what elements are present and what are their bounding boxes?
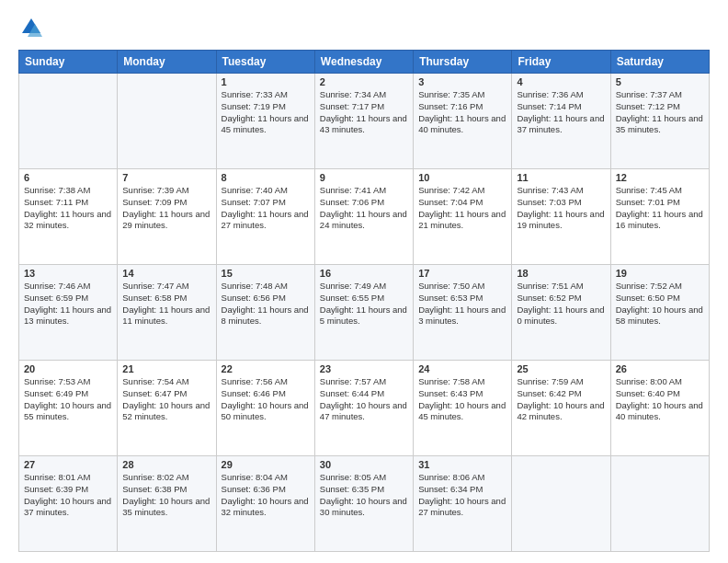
day-info: Sunrise: 7:38 AMSunset: 7:11 PMDaylight:… xyxy=(24,185,112,232)
day-number: 27 xyxy=(24,459,112,470)
day-info: Sunrise: 7:39 AMSunset: 7:09 PMDaylight:… xyxy=(122,185,210,232)
calendar-table: SundayMondayTuesdayWednesdayThursdayFrid… xyxy=(18,50,710,552)
day-info: Sunrise: 7:46 AMSunset: 6:59 PMDaylight:… xyxy=(24,281,112,327)
day-number: 28 xyxy=(122,459,210,470)
day-cell: 30Sunrise: 8:05 AMSunset: 6:35 PMDayligh… xyxy=(314,456,413,552)
day-info: Sunrise: 7:58 AMSunset: 6:43 PMDaylight:… xyxy=(418,376,506,423)
day-info: Sunrise: 7:43 AMSunset: 7:03 PMDaylight:… xyxy=(517,185,605,232)
day-info: Sunrise: 7:37 AMSunset: 7:12 PMDaylight:… xyxy=(616,89,704,136)
week-row-4: 20Sunrise: 7:53 AMSunset: 6:49 PMDayligh… xyxy=(19,361,710,456)
day-number: 5 xyxy=(616,76,704,87)
day-cell: 17Sunrise: 7:50 AMSunset: 6:53 PMDayligh… xyxy=(414,265,512,361)
day-info: Sunrise: 7:41 AMSunset: 7:06 PMDaylight:… xyxy=(320,185,408,232)
day-cell: 1Sunrise: 7:33 AMSunset: 7:19 PMDaylight… xyxy=(216,74,314,169)
day-info: Sunrise: 7:52 AMSunset: 6:50 PMDaylight:… xyxy=(616,281,704,327)
week-row-3: 13Sunrise: 7:46 AMSunset: 6:59 PMDayligh… xyxy=(19,265,710,361)
day-cell xyxy=(610,456,709,552)
weekday-header-wednesday: Wednesday xyxy=(314,51,413,74)
day-cell: 11Sunrise: 7:43 AMSunset: 7:03 PMDayligh… xyxy=(512,169,610,265)
day-cell: 25Sunrise: 7:59 AMSunset: 6:42 PMDayligh… xyxy=(512,361,610,456)
day-number: 7 xyxy=(122,172,210,183)
day-info: Sunrise: 8:00 AMSunset: 6:40 PMDaylight:… xyxy=(616,376,704,423)
day-cell: 19Sunrise: 7:52 AMSunset: 6:50 PMDayligh… xyxy=(610,265,709,361)
day-number: 2 xyxy=(320,76,408,87)
day-number: 15 xyxy=(222,268,310,279)
page-header xyxy=(18,15,710,40)
day-info: Sunrise: 8:01 AMSunset: 6:39 PMDaylight:… xyxy=(24,472,112,519)
day-info: Sunrise: 7:57 AMSunset: 6:44 PMDaylight:… xyxy=(320,376,408,423)
day-number: 10 xyxy=(418,172,506,183)
day-cell: 21Sunrise: 7:54 AMSunset: 6:47 PMDayligh… xyxy=(118,361,216,456)
day-cell: 8Sunrise: 7:40 AMSunset: 7:07 PMDaylight… xyxy=(216,169,314,265)
day-cell: 2Sunrise: 7:34 AMSunset: 7:17 PMDaylight… xyxy=(314,74,413,169)
day-number: 8 xyxy=(222,172,310,183)
week-row-1: 1Sunrise: 7:33 AMSunset: 7:19 PMDaylight… xyxy=(19,74,710,169)
day-cell: 31Sunrise: 8:06 AMSunset: 6:34 PMDayligh… xyxy=(414,456,512,552)
day-info: Sunrise: 8:04 AMSunset: 6:36 PMDaylight:… xyxy=(222,472,310,519)
day-info: Sunrise: 7:36 AMSunset: 7:14 PMDaylight:… xyxy=(517,89,605,136)
day-number: 31 xyxy=(418,459,506,470)
day-number: 4 xyxy=(517,76,605,87)
day-info: Sunrise: 7:45 AMSunset: 7:01 PMDaylight:… xyxy=(616,185,704,232)
day-info: Sunrise: 7:35 AMSunset: 7:16 PMDaylight:… xyxy=(418,89,506,136)
calendar-page: SundayMondayTuesdayWednesdayThursdayFrid… xyxy=(0,0,728,563)
day-cell: 29Sunrise: 8:04 AMSunset: 6:36 PMDayligh… xyxy=(216,456,314,552)
day-info: Sunrise: 7:42 AMSunset: 7:04 PMDaylight:… xyxy=(418,185,506,232)
day-cell: 10Sunrise: 7:42 AMSunset: 7:04 PMDayligh… xyxy=(414,169,512,265)
day-cell: 20Sunrise: 7:53 AMSunset: 6:49 PMDayligh… xyxy=(19,361,118,456)
day-cell: 9Sunrise: 7:41 AMSunset: 7:06 PMDaylight… xyxy=(314,169,413,265)
day-number: 6 xyxy=(24,172,112,183)
day-info: Sunrise: 7:40 AMSunset: 7:07 PMDaylight:… xyxy=(222,185,310,232)
week-row-2: 6Sunrise: 7:38 AMSunset: 7:11 PMDaylight… xyxy=(19,169,710,265)
day-cell: 4Sunrise: 7:36 AMSunset: 7:14 PMDaylight… xyxy=(512,74,610,169)
day-info: Sunrise: 7:33 AMSunset: 7:19 PMDaylight:… xyxy=(222,89,310,136)
day-number: 17 xyxy=(418,268,506,279)
weekday-header-monday: Monday xyxy=(118,51,216,74)
day-cell: 18Sunrise: 7:51 AMSunset: 6:52 PMDayligh… xyxy=(512,265,610,361)
day-cell: 12Sunrise: 7:45 AMSunset: 7:01 PMDayligh… xyxy=(610,169,709,265)
day-info: Sunrise: 7:53 AMSunset: 6:49 PMDaylight:… xyxy=(24,376,112,423)
day-info: Sunrise: 7:51 AMSunset: 6:52 PMDaylight:… xyxy=(517,281,605,327)
day-number: 3 xyxy=(418,76,506,87)
day-info: Sunrise: 7:34 AMSunset: 7:17 PMDaylight:… xyxy=(320,89,408,136)
day-cell xyxy=(512,456,610,552)
day-cell: 16Sunrise: 7:49 AMSunset: 6:55 PMDayligh… xyxy=(314,265,413,361)
day-number: 21 xyxy=(122,363,210,374)
weekday-header-thursday: Thursday xyxy=(414,51,512,74)
weekday-header-tuesday: Tuesday xyxy=(216,51,314,74)
day-cell: 22Sunrise: 7:56 AMSunset: 6:46 PMDayligh… xyxy=(216,361,314,456)
day-number: 13 xyxy=(24,268,112,279)
day-info: Sunrise: 7:50 AMSunset: 6:53 PMDaylight:… xyxy=(418,281,506,327)
weekday-header-friday: Friday xyxy=(512,51,610,74)
day-info: Sunrise: 7:56 AMSunset: 6:46 PMDaylight:… xyxy=(222,376,310,423)
day-cell: 3Sunrise: 7:35 AMSunset: 7:16 PMDaylight… xyxy=(414,74,512,169)
day-number: 12 xyxy=(616,172,704,183)
day-info: Sunrise: 7:49 AMSunset: 6:55 PMDaylight:… xyxy=(320,281,408,327)
day-number: 22 xyxy=(222,363,310,374)
day-info: Sunrise: 8:05 AMSunset: 6:35 PMDaylight:… xyxy=(320,472,408,519)
weekday-header-row: SundayMondayTuesdayWednesdayThursdayFrid… xyxy=(19,51,710,74)
day-number: 16 xyxy=(320,268,408,279)
day-number: 14 xyxy=(122,268,210,279)
day-number: 24 xyxy=(418,363,506,374)
day-cell: 15Sunrise: 7:48 AMSunset: 6:56 PMDayligh… xyxy=(216,265,314,361)
day-cell: 27Sunrise: 8:01 AMSunset: 6:39 PMDayligh… xyxy=(19,456,118,552)
weekday-header-sunday: Sunday xyxy=(19,51,118,74)
day-cell: 23Sunrise: 7:57 AMSunset: 6:44 PMDayligh… xyxy=(314,361,413,456)
weekday-header-saturday: Saturday xyxy=(610,51,709,74)
day-number: 11 xyxy=(517,172,605,183)
day-cell: 24Sunrise: 7:58 AMSunset: 6:43 PMDayligh… xyxy=(414,361,512,456)
week-row-5: 27Sunrise: 8:01 AMSunset: 6:39 PMDayligh… xyxy=(19,456,710,552)
day-number: 19 xyxy=(616,268,704,279)
day-info: Sunrise: 7:54 AMSunset: 6:47 PMDaylight:… xyxy=(122,376,210,423)
day-cell: 28Sunrise: 8:02 AMSunset: 6:38 PMDayligh… xyxy=(118,456,216,552)
day-number: 30 xyxy=(320,459,408,470)
day-info: Sunrise: 7:59 AMSunset: 6:42 PMDaylight:… xyxy=(517,376,605,423)
day-number: 23 xyxy=(320,363,408,374)
day-cell: 5Sunrise: 7:37 AMSunset: 7:12 PMDaylight… xyxy=(610,74,709,169)
day-info: Sunrise: 7:47 AMSunset: 6:58 PMDaylight:… xyxy=(122,281,210,327)
day-number: 18 xyxy=(517,268,605,279)
day-number: 29 xyxy=(222,459,310,470)
day-cell xyxy=(118,74,216,169)
day-number: 26 xyxy=(616,363,704,374)
